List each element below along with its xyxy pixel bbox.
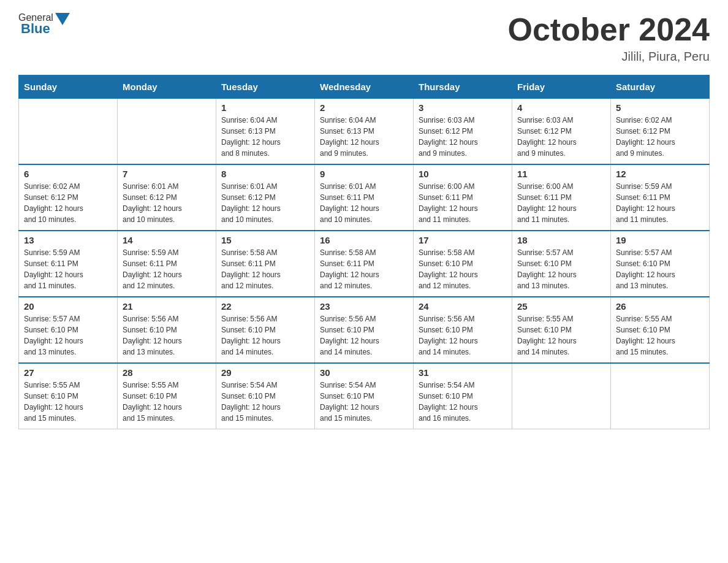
day-number: 9: [320, 169, 408, 179]
calendar-cell: [611, 363, 710, 429]
calendar-cell: 29Sunrise: 5:54 AM Sunset: 6:10 PM Dayli…: [216, 363, 315, 429]
day-info: Sunrise: 6:02 AM Sunset: 6:12 PM Dayligh…: [24, 181, 112, 225]
header: General Blue October 2024 Jilili, Piura,…: [18, 12, 710, 64]
title-area: October 2024 Jilili, Piura, Peru: [508, 12, 710, 64]
day-number: 7: [123, 169, 211, 179]
day-number: 10: [419, 169, 507, 179]
calendar-cell: 23Sunrise: 5:56 AM Sunset: 6:10 PM Dayli…: [315, 297, 414, 363]
calendar-cell: 28Sunrise: 5:55 AM Sunset: 6:10 PM Dayli…: [118, 363, 216, 429]
calendar-cell: 3Sunrise: 6:03 AM Sunset: 6:12 PM Daylig…: [414, 99, 512, 165]
calendar-cell: 6Sunrise: 6:02 AM Sunset: 6:12 PM Daylig…: [19, 164, 118, 231]
calendar-cell: [512, 363, 611, 429]
logo-arrow-icon: [55, 13, 70, 25]
day-number: 23: [320, 301, 408, 312]
day-number: 28: [123, 367, 211, 378]
calendar-cell: 12Sunrise: 5:59 AM Sunset: 6:11 PM Dayli…: [611, 164, 710, 231]
calendar-cell: 24Sunrise: 5:56 AM Sunset: 6:10 PM Dayli…: [414, 297, 512, 363]
weekday-header-friday: Friday: [512, 75, 611, 99]
day-number: 5: [616, 102, 704, 113]
weekday-header-tuesday: Tuesday: [216, 75, 315, 99]
day-number: 12: [616, 169, 704, 179]
day-info: Sunrise: 5:56 AM Sunset: 6:10 PM Dayligh…: [320, 313, 408, 358]
week-row-1: 1Sunrise: 6:04 AM Sunset: 6:13 PM Daylig…: [19, 99, 710, 165]
calendar-cell: 13Sunrise: 5:59 AM Sunset: 6:11 PM Dayli…: [19, 231, 118, 297]
week-row-3: 13Sunrise: 5:59 AM Sunset: 6:11 PM Dayli…: [19, 231, 710, 297]
calendar-cell: 16Sunrise: 5:58 AM Sunset: 6:11 PM Dayli…: [315, 231, 414, 297]
day-info: Sunrise: 5:56 AM Sunset: 6:10 PM Dayligh…: [419, 313, 507, 358]
day-number: 6: [24, 169, 112, 179]
day-number: 8: [221, 169, 309, 179]
day-info: Sunrise: 5:54 AM Sunset: 6:10 PM Dayligh…: [320, 380, 408, 424]
day-number: 22: [221, 301, 309, 312]
day-number: 14: [123, 235, 211, 245]
calendar-cell: 1Sunrise: 6:04 AM Sunset: 6:13 PM Daylig…: [216, 99, 315, 165]
calendar-cell: [19, 99, 118, 165]
calendar-cell: 18Sunrise: 5:57 AM Sunset: 6:10 PM Dayli…: [512, 231, 611, 297]
week-row-2: 6Sunrise: 6:02 AM Sunset: 6:12 PM Daylig…: [19, 164, 710, 231]
day-info: Sunrise: 5:59 AM Sunset: 6:11 PM Dayligh…: [616, 181, 704, 225]
day-info: Sunrise: 5:55 AM Sunset: 6:10 PM Dayligh…: [616, 313, 704, 358]
calendar-cell: 20Sunrise: 5:57 AM Sunset: 6:10 PM Dayli…: [19, 297, 118, 363]
day-info: Sunrise: 5:56 AM Sunset: 6:10 PM Dayligh…: [221, 313, 309, 358]
week-row-5: 27Sunrise: 5:55 AM Sunset: 6:10 PM Dayli…: [19, 363, 710, 429]
calendar-cell: 14Sunrise: 5:59 AM Sunset: 6:11 PM Dayli…: [118, 231, 216, 297]
calendar-table: SundayMondayTuesdayWednesdayThursdayFrid…: [18, 75, 710, 429]
calendar-cell: 10Sunrise: 6:00 AM Sunset: 6:11 PM Dayli…: [414, 164, 512, 231]
day-info: Sunrise: 5:57 AM Sunset: 6:10 PM Dayligh…: [24, 313, 112, 358]
calendar-cell: 2Sunrise: 6:04 AM Sunset: 6:13 PM Daylig…: [315, 99, 414, 165]
calendar-cell: 27Sunrise: 5:55 AM Sunset: 6:10 PM Dayli…: [19, 363, 118, 429]
day-number: 1: [221, 102, 309, 113]
weekday-header-saturday: Saturday: [611, 75, 710, 99]
day-info: Sunrise: 5:58 AM Sunset: 6:10 PM Dayligh…: [419, 247, 507, 291]
day-info: Sunrise: 5:56 AM Sunset: 6:10 PM Dayligh…: [123, 313, 211, 358]
day-number: 15: [221, 235, 309, 245]
weekday-header-wednesday: Wednesday: [315, 75, 414, 99]
calendar-cell: 25Sunrise: 5:55 AM Sunset: 6:10 PM Dayli…: [512, 297, 611, 363]
calendar-cell: 11Sunrise: 6:00 AM Sunset: 6:11 PM Dayli…: [512, 164, 611, 231]
day-info: Sunrise: 6:01 AM Sunset: 6:12 PM Dayligh…: [221, 181, 309, 225]
day-info: Sunrise: 5:55 AM Sunset: 6:10 PM Dayligh…: [24, 380, 112, 424]
day-info: Sunrise: 5:54 AM Sunset: 6:10 PM Dayligh…: [419, 380, 507, 424]
day-number: 20: [24, 301, 112, 312]
day-number: 21: [123, 301, 211, 312]
day-number: 27: [24, 367, 112, 378]
day-info: Sunrise: 6:02 AM Sunset: 6:12 PM Dayligh…: [616, 115, 704, 159]
day-number: 11: [517, 169, 605, 179]
day-number: 2: [320, 102, 408, 113]
day-number: 19: [616, 235, 704, 245]
day-info: Sunrise: 6:04 AM Sunset: 6:13 PM Dayligh…: [221, 115, 309, 159]
day-info: Sunrise: 5:58 AM Sunset: 6:11 PM Dayligh…: [320, 247, 408, 291]
logo: General Blue: [18, 12, 70, 37]
calendar-cell: 21Sunrise: 5:56 AM Sunset: 6:10 PM Dayli…: [118, 297, 216, 363]
calendar-cell: 7Sunrise: 6:01 AM Sunset: 6:12 PM Daylig…: [118, 164, 216, 231]
calendar-cell: 4Sunrise: 6:03 AM Sunset: 6:12 PM Daylig…: [512, 99, 611, 165]
day-number: 29: [221, 367, 309, 378]
day-number: 17: [419, 235, 507, 245]
calendar-cell: 5Sunrise: 6:02 AM Sunset: 6:12 PM Daylig…: [611, 99, 710, 165]
calendar-cell: 9Sunrise: 6:01 AM Sunset: 6:11 PM Daylig…: [315, 164, 414, 231]
day-number: 30: [320, 367, 408, 378]
weekday-header-sunday: Sunday: [19, 75, 118, 99]
day-number: 16: [320, 235, 408, 245]
day-number: 25: [517, 301, 605, 312]
day-info: Sunrise: 6:00 AM Sunset: 6:11 PM Dayligh…: [419, 181, 507, 225]
day-info: Sunrise: 6:04 AM Sunset: 6:13 PM Dayligh…: [320, 115, 408, 159]
day-number: 31: [419, 367, 507, 378]
calendar-cell: 31Sunrise: 5:54 AM Sunset: 6:10 PM Dayli…: [414, 363, 512, 429]
day-info: Sunrise: 6:03 AM Sunset: 6:12 PM Dayligh…: [517, 115, 605, 159]
day-info: Sunrise: 6:01 AM Sunset: 6:12 PM Dayligh…: [123, 181, 211, 225]
week-row-4: 20Sunrise: 5:57 AM Sunset: 6:10 PM Dayli…: [19, 297, 710, 363]
day-number: 24: [419, 301, 507, 312]
day-info: Sunrise: 5:57 AM Sunset: 6:10 PM Dayligh…: [616, 247, 704, 291]
logo-blue-text: Blue: [21, 21, 50, 37]
day-info: Sunrise: 6:01 AM Sunset: 6:11 PM Dayligh…: [320, 181, 408, 225]
weekday-header-monday: Monday: [118, 75, 216, 99]
weekday-header-row: SundayMondayTuesdayWednesdayThursdayFrid…: [19, 75, 710, 99]
location: Jilili, Piura, Peru: [508, 50, 710, 64]
calendar-cell: 17Sunrise: 5:58 AM Sunset: 6:10 PM Dayli…: [414, 231, 512, 297]
day-info: Sunrise: 5:59 AM Sunset: 6:11 PM Dayligh…: [24, 247, 112, 291]
day-info: Sunrise: 5:55 AM Sunset: 6:10 PM Dayligh…: [123, 380, 211, 424]
calendar-cell: [118, 99, 216, 165]
day-info: Sunrise: 6:00 AM Sunset: 6:11 PM Dayligh…: [517, 181, 605, 225]
day-info: Sunrise: 5:57 AM Sunset: 6:10 PM Dayligh…: [517, 247, 605, 291]
